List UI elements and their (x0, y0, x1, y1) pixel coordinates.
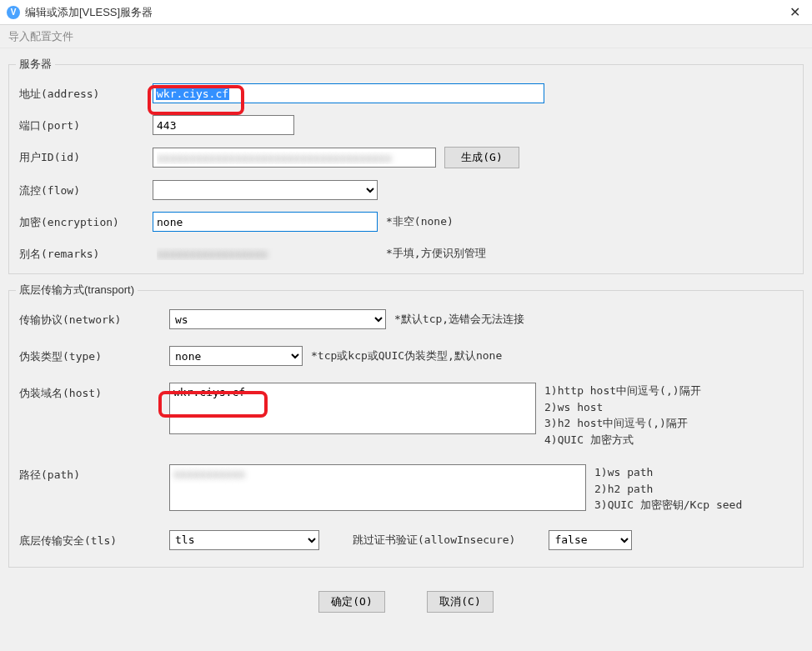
userid-input[interactable] (153, 148, 436, 168)
menubar: 导入配置文件 (0, 25, 812, 48)
userid-label: 用户ID(id) (19, 147, 153, 165)
flow-label: 流控(flow) (19, 180, 153, 198)
transport-fieldset: 底层传输方式(transport) 传输协议(network) ws *默认tc… (8, 283, 804, 568)
server-fieldset: 服务器 地址(address) wkr.ciys.cf 端口(port) 用户I… (8, 57, 804, 274)
host-hint2: 2)ws host (544, 399, 701, 416)
type-label: 伪装类型(type) (19, 346, 169, 364)
network-select[interactable]: ws (169, 309, 386, 329)
network-hint: *默认tcp,选错会无法连接 (394, 311, 524, 328)
tls-select[interactable]: tls (169, 530, 319, 550)
window-title: 编辑或添加[VLESS]服务器 (25, 5, 784, 20)
address-label: 地址(address) (19, 83, 153, 102)
path-hint3: 3)QUIC 加密密钥/Kcp seed (594, 497, 742, 513)
type-select[interactable]: none (169, 346, 303, 366)
allowinsecure-label: 跳过证书验证(allowInsecure) (353, 532, 515, 548)
network-label: 传输协议(network) (19, 309, 169, 328)
host-hint4: 4)QUIC 加密方式 (544, 432, 701, 448)
allowinsecure-select[interactable]: false (549, 530, 632, 550)
remarks-input[interactable] (153, 243, 378, 263)
titlebar: V 编辑或添加[VLESS]服务器 ✕ (0, 0, 812, 25)
close-icon[interactable]: ✕ (784, 4, 805, 20)
port-input[interactable] (153, 115, 294, 135)
encryption-label: 加密(encryption) (19, 212, 153, 230)
path-hint2: 2)h2 path (594, 481, 742, 498)
remarks-hint: *手填,方便识别管理 (386, 245, 486, 262)
ok-button[interactable]: 确定(O) (318, 591, 385, 613)
path-textarea[interactable]: xxxxxxxxxxx (169, 464, 586, 511)
host-hint3: 3)h2 host中间逗号(,)隔开 (544, 415, 701, 432)
flow-select[interactable] (153, 180, 378, 200)
path-hint1: 1)ws path (594, 464, 742, 481)
address-value-selected: wkr.ciys.cf (156, 88, 229, 100)
encryption-input[interactable] (153, 212, 378, 232)
tls-label: 底层传输安全(tls) (19, 530, 169, 548)
host-hint1: 1)http host中间逗号(,)隔开 (544, 383, 701, 399)
cancel-button[interactable]: 取消(C) (427, 591, 494, 613)
host-textarea[interactable]: wkr.ciys.cf (169, 383, 536, 434)
transport-legend: 底层传输方式(transport) (16, 283, 138, 298)
type-hint: *tcp或kcp或QUIC伪装类型,默认none (311, 348, 502, 364)
host-label: 伪装域名(host) (19, 383, 169, 401)
generate-button[interactable]: 生成(G) (444, 147, 519, 168)
path-label: 路径(path) (19, 464, 169, 483)
remarks-label: 别名(remarks) (19, 243, 153, 262)
server-legend: 服务器 (16, 57, 55, 72)
address-input[interactable]: wkr.ciys.cf (153, 83, 544, 103)
dialog-footer: 确定(O) 取消(C) (8, 576, 804, 621)
port-label: 端口(port) (19, 115, 153, 133)
encryption-hint: *非空(none) (386, 213, 454, 230)
import-config-menu[interactable]: 导入配置文件 (8, 29, 73, 44)
app-icon: V (7, 6, 20, 19)
